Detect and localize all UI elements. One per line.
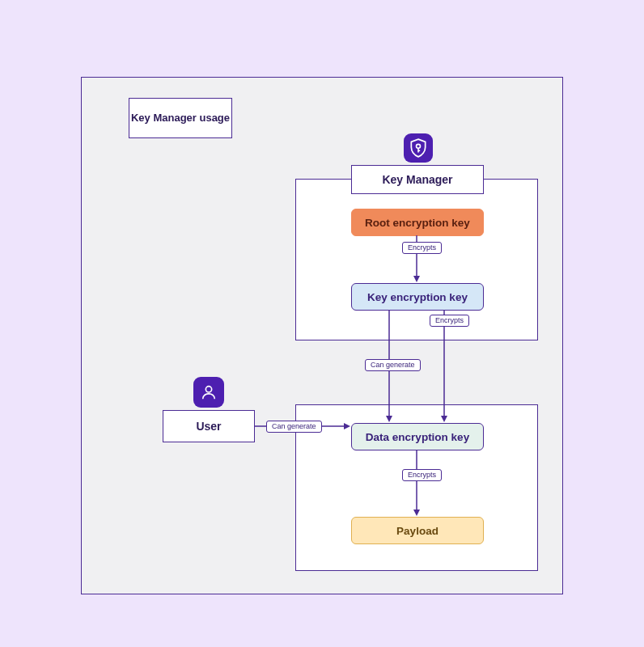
data-payload-group: Data encryption key Payload [295, 404, 538, 571]
key-encryption-key-node: Key encryption key [351, 283, 484, 311]
payload-node: Payload [351, 517, 484, 544]
root-encryption-key-node: Root encryption key [351, 209, 484, 236]
user-group: User [163, 410, 255, 442]
edge-label-encrypts-3: Encrypts [402, 469, 442, 481]
edge-label-encrypts-1: Encrypts [402, 242, 442, 254]
edge-label-can-generate-1: Can generate [365, 359, 421, 371]
key-manager-label: Key Manager [351, 165, 484, 194]
key-manager-group: Key Manager Root encryption key Key encr… [295, 179, 538, 340]
edge-label-can-generate-2: Can generate [266, 421, 322, 433]
edge-label-encrypts-2: Encrypts [430, 315, 469, 327]
svg-point-3 [205, 387, 211, 392]
svg-point-0 [417, 144, 421, 148]
diagram-frame: Key Manager usage Key Manager Root encry… [81, 77, 563, 594]
data-encryption-key-node: Data encryption key [351, 423, 484, 450]
user-icon [193, 377, 224, 408]
key-manager-icon [404, 133, 433, 163]
diagram-title: Key Manager usage [129, 98, 232, 138]
